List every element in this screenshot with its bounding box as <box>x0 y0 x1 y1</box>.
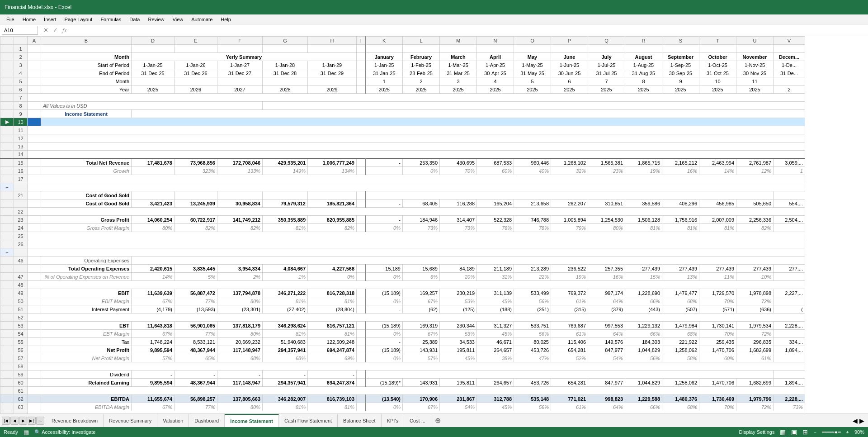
sheet-area[interactable]: A B D E F G H I K L M N O P Q R S <box>0 36 868 413</box>
formula-bar: ✕ ✓ 𝑓𝑥 <box>0 24 868 36</box>
col-header-K[interactable]: K <box>366 37 403 45</box>
table-row: 52 <box>0 314 805 322</box>
col-header-R[interactable]: R <box>625 37 662 45</box>
ribbon-formulas[interactable]: Formulas <box>97 16 125 23</box>
tab-valuation[interactable]: Valuation <box>157 414 189 427</box>
cancel-icon[interactable]: ✕ <box>42 27 50 33</box>
table-row: Total Operating Expenses 2,420,615 3,835… <box>0 265 805 273</box>
table-row: 8 All Values is in USD <box>0 102 805 110</box>
tab-cashflow[interactable]: Cash Flow Statement <box>279 414 338 427</box>
table-row: 60 Retained Earning 9,895,594 48,367,944… <box>0 379 805 387</box>
view-page-layout-btn[interactable]: ▣ <box>791 428 797 436</box>
col-header-L[interactable]: L <box>403 37 440 45</box>
sheet-container: A B D E F G H I K L M N O P Q R S <box>0 36 868 413</box>
tab-nav-more[interactable]: ... <box>36 417 44 425</box>
col-header-Q[interactable]: Q <box>588 37 625 45</box>
col-header-BC[interactable]: B <box>41 37 132 45</box>
table-row: + <box>0 248 805 256</box>
status-ready: Ready <box>4 429 18 435</box>
table-row: 3 Start of Period 1-Jan-25 1-Jan-26 1-Ja… <box>0 61 805 69</box>
formula-input[interactable] <box>70 28 866 33</box>
table-row: 6 Year 2025 2026 2027 2028 2029 2025 202… <box>0 86 805 94</box>
ribbon-automate[interactable]: Automate <box>188 16 216 23</box>
ribbon-review[interactable]: Review <box>144 16 168 23</box>
table-row: 13 <box>0 142 805 151</box>
tabs: Revenue Breakdown Revenue Summary Valuat… <box>46 414 849 427</box>
col-header-F[interactable]: F <box>217 37 263 45</box>
view-page-break-btn[interactable]: ⊞ <box>802 428 808 436</box>
col-header-G[interactable]: G <box>263 37 308 45</box>
col-header-S[interactable]: S <box>662 37 699 45</box>
ribbon-file[interactable]: File <box>3 16 18 23</box>
tab-nav-next[interactable]: ▶ <box>19 417 27 425</box>
tab-nav-first[interactable]: |◀ <box>2 417 10 425</box>
table-row: 55 Tax 1,748,224 8,533,121 20,669,232 51… <box>0 338 805 346</box>
title-bar: Financial Model.xlsx - Excel <box>0 0 868 14</box>
col-header-expand <box>0 37 14 45</box>
tab-add[interactable]: ⊕ <box>431 414 444 427</box>
ribbon-page-layout[interactable]: Page Layout <box>61 16 96 23</box>
col-header-P[interactable]: P <box>551 37 588 45</box>
table-row: 49 EBIT 11,639,639 56,887,472 137,794,87… <box>0 289 805 297</box>
table-row: 48 <box>0 281 805 289</box>
ribbon-view[interactable]: View <box>169 16 187 23</box>
table-row: 63 EBITDA Margin 67% 77% 80% 81% 81% 0% … <box>0 403 805 411</box>
col-header-N[interactable]: N <box>477 37 514 45</box>
formula-bar-sep <box>40 26 40 35</box>
table-row: 58 <box>0 362 805 370</box>
tab-nav-last[interactable]: ▶| <box>28 417 36 425</box>
table-row: 16 Growth 323% 133% 149% 134% 0% 70% 60%… <box>0 167 805 175</box>
scroll-right-icon[interactable]: ▶ <box>859 417 864 424</box>
col-header-V[interactable]: V <box>774 37 805 45</box>
table-row: Cost of Good Sold 3,421,423 13,245,939 3… <box>0 200 805 208</box>
table-row: 47 % of Operating Expenses on Revenue 14… <box>0 273 805 281</box>
ribbon-help[interactable]: Help <box>217 16 235 23</box>
view-normal-icon[interactable]: ▦ <box>24 429 29 436</box>
display-settings[interactable]: Display Settings <box>739 429 775 435</box>
col-header-T[interactable]: T <box>699 37 736 45</box>
table-row: 54 EBT Margin 67% 77% 80% 81% 81% 0% 67%… <box>0 330 805 338</box>
zoom-out-btn[interactable]: − <box>813 429 816 435</box>
table-row[interactable]: ▶ 10 <box>0 118 805 126</box>
status-right: Display Settings ▦ ▣ ⊞ − ━━━━●━ + 90% <box>739 428 864 436</box>
table-row: 22 <box>0 208 805 216</box>
table-row: 9 Income Statement <box>0 110 805 118</box>
col-header-U[interactable]: U <box>736 37 774 45</box>
view-normal-btn[interactable]: ▦ <box>780 428 786 436</box>
scroll-left-icon[interactable]: ◀ <box>853 417 858 424</box>
col-header-E[interactable]: E <box>175 37 217 45</box>
tab-bar: |◀ ◀ ▶ ▶| ... Revenue Breakdown Revenue … <box>0 413 868 427</box>
tab-nav-prev[interactable]: ◀ <box>10 417 19 425</box>
col-header-rownum <box>14 37 28 45</box>
confirm-icon[interactable]: ✓ <box>52 27 59 33</box>
table-row: 14 <box>0 151 805 159</box>
col-header-M[interactable]: M <box>440 37 477 45</box>
ribbon-home[interactable]: Home <box>19 16 39 23</box>
col-header-H[interactable]: H <box>308 37 357 45</box>
name-box[interactable] <box>2 26 38 35</box>
row-expand[interactable] <box>0 45 14 53</box>
tab-revenue-breakdown[interactable]: Revenue Breakdown <box>46 414 104 427</box>
tab-revenue-summary[interactable]: Revenue Summary <box>104 414 157 427</box>
table-row: 53 EBT 11,643,818 56,901,065 137,818,179… <box>0 322 805 330</box>
table-row: 15 Total Net Revenue 17,481,678 73,968,8… <box>0 159 805 167</box>
tab-cost[interactable]: Cost ... <box>404 414 431 427</box>
table-row: 21 Cost of Good Sold <box>0 191 805 200</box>
insert-function-icon[interactable]: 𝑓𝑥 <box>61 27 68 34</box>
ribbon-data[interactable]: Data <box>126 16 143 23</box>
tab-dashboard[interactable]: Dashboard <box>189 414 225 427</box>
zoom-in-btn[interactable]: + <box>846 429 849 435</box>
ribbon-insert[interactable]: Insert <box>40 16 60 23</box>
table-row: 62 EBITDA 11,655,674 56,898,257 137,805,… <box>0 395 805 403</box>
col-header-I[interactable]: I <box>357 37 366 45</box>
table-row: + <box>0 183 805 191</box>
accessibility-text[interactable]: 🔍 Accessibility: Investigate <box>34 429 96 435</box>
zoom-slider[interactable]: ━━━━●━ <box>822 429 841 435</box>
col-header-D[interactable]: D <box>132 37 175 45</box>
col-header-O[interactable]: O <box>514 37 551 45</box>
tab-kpis[interactable]: KPI's <box>382 414 404 427</box>
tab-income-statement[interactable]: Income Statement <box>225 414 279 427</box>
tab-balance-sheet[interactable]: Balance Sheet <box>338 414 382 427</box>
table-row: 59 Dividend - - - - - <box>0 370 805 379</box>
col-header-A[interactable]: A <box>28 37 41 45</box>
